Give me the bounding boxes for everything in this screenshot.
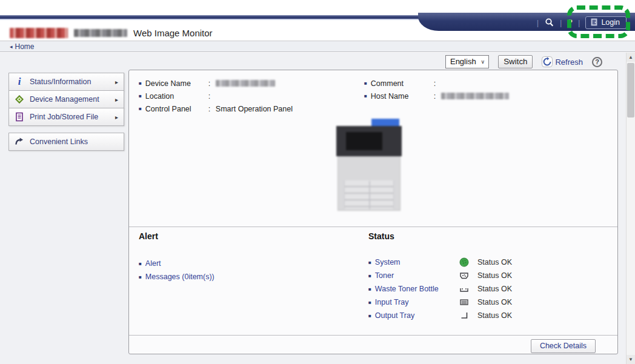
bullet-icon: ■: [139, 93, 142, 99]
sidebar-item-device-management[interactable]: Device Management ▸: [8, 90, 124, 108]
separator: |: [537, 18, 539, 27]
printer-screen: [346, 132, 382, 150]
messages-link-label: Messages (0item(s)): [145, 273, 214, 281]
info-row-device-name: ■ Device Name :: [139, 77, 293, 90]
sidebar-item-label: Convenient Links: [30, 137, 88, 146]
bullet-icon: ■: [364, 93, 367, 99]
toner-link[interactable]: ■ Toner: [368, 269, 459, 282]
status-value: Status OK: [477, 271, 512, 280]
breadcrumb[interactable]: ◂ Home: [0, 41, 635, 52]
breadcrumb-back-icon: ◂: [10, 44, 13, 50]
status-value: Status OK: [477, 311, 512, 320]
status-row-output-tray: ■ Output Tray Status OK: [368, 309, 512, 322]
info-label: Host Name: [371, 92, 434, 101]
alert-link-label: Alert: [145, 259, 161, 268]
sidebar-item-label: Status/Information: [30, 78, 91, 86]
scroll-down-icon[interactable]: ▼: [627, 355, 635, 364]
bullet-icon: ■: [368, 313, 371, 319]
info-label: Comment: [371, 79, 434, 88]
status-value: Status OK: [477, 285, 512, 293]
input-tray-link[interactable]: ■ Input Tray: [368, 296, 459, 309]
alert-link[interactable]: ■ Alert: [139, 257, 214, 270]
printer-top-section: [336, 126, 402, 156]
messages-link[interactable]: ■ Messages (0item(s)): [139, 270, 214, 283]
info-row-comment: ■ Comment :: [364, 77, 509, 90]
status-row-system: ■ System Status OK: [368, 256, 512, 269]
login-door-icon: [591, 18, 597, 26]
bullet-icon: ■: [139, 106, 142, 111]
info-label: Device Name: [145, 79, 208, 88]
sidebar-menu: i Status/Information ▸ Device Management…: [8, 73, 124, 126]
info-icon: i: [15, 77, 24, 87]
scrollbar-thumb[interactable]: [627, 63, 634, 117]
sidebar-item-status-information[interactable]: i Status/Information ▸: [8, 73, 124, 91]
switch-button[interactable]: Switch: [498, 55, 533, 68]
sidebar-links: Convenient Links: [8, 133, 124, 151]
refresh-icon: [542, 56, 553, 67]
device-management-icon: [15, 94, 24, 104]
status-label: Waste Toner Bottle: [375, 285, 439, 293]
language-select[interactable]: English ∨: [445, 55, 489, 68]
chevron-right-icon: ▸: [115, 79, 118, 85]
status-label: Input Tray: [375, 298, 409, 306]
sidebar-item-label: Print Job/Stored File: [30, 113, 98, 121]
breadcrumb-home[interactable]: Home: [15, 42, 35, 51]
system-ok-icon: [459, 257, 477, 267]
separator: |: [560, 18, 562, 27]
search-icon[interactable]: [544, 18, 554, 28]
bullet-icon: ■: [139, 81, 142, 86]
check-details-button[interactable]: Check Details: [531, 339, 596, 353]
waste-toner-bottle-icon: [459, 284, 477, 294]
bullet-icon: ■: [368, 273, 371, 279]
sidebar-item-convenient-links[interactable]: Convenient Links: [8, 133, 124, 151]
alert-section: Alert ■ Alert ■ Messages (0item(s)): [139, 231, 214, 283]
login-button[interactable]: Login: [585, 16, 627, 29]
page-controls: English ∨ Switch Refresh ?: [445, 55, 602, 68]
redacted-device-name-value: [216, 80, 275, 87]
status-row-waste-toner-bottle: ■ Waste Toner Bottle Status OK: [368, 282, 512, 296]
scroll-up-icon[interactable]: ▲: [627, 53, 635, 62]
bullet-icon: ■: [368, 286, 371, 292]
topbar-actions: | | ? | Login: [537, 16, 627, 29]
printer-body: [337, 156, 401, 211]
status-title: Status: [368, 231, 512, 241]
info-separator: :: [434, 92, 441, 101]
status-label: Toner: [375, 271, 394, 280]
status-label: Output Tray: [375, 311, 414, 320]
help-icon[interactable]: ?: [567, 18, 573, 27]
info-label: Control Panel: [145, 105, 208, 113]
app-title: Web Image Monitor: [133, 28, 213, 38]
output-tray-link[interactable]: ■ Output Tray: [368, 309, 459, 322]
language-selected: English: [450, 57, 476, 66]
status-value: Status OK: [477, 258, 512, 266]
input-tray-icon: [459, 297, 477, 307]
header-band: [0, 15, 460, 20]
main-panel: ■ Device Name : ■ Location : ■ Control P…: [128, 70, 618, 354]
refresh-button[interactable]: Refresh: [542, 56, 583, 67]
refresh-label: Refresh: [555, 58, 583, 67]
printer-tray-divider: [369, 181, 370, 209]
chevron-down-icon: ∨: [481, 59, 485, 65]
footer-divider: [129, 335, 617, 336]
alert-title: Alert: [139, 231, 214, 241]
brand-logo-redacted: [10, 28, 68, 38]
sidebar-item-print-job-stored-file[interactable]: Print Job/Stored File ▸: [8, 108, 124, 126]
status-section: Status ■ System Status OK ■ Toner: [368, 231, 512, 322]
bullet-icon: ■: [139, 261, 142, 266]
info-label: Location: [145, 92, 208, 101]
bullet-icon: ■: [139, 274, 142, 280]
toner-icon: [459, 271, 477, 280]
info-value: Smart Operation Panel: [216, 105, 293, 113]
vertical-scrollbar[interactable]: ▲ ▼: [626, 53, 635, 364]
brand-row: Web Image Monitor: [10, 26, 213, 39]
page-help-icon[interactable]: ?: [592, 57, 602, 67]
status-value: Status OK: [477, 298, 512, 306]
info-separator: :: [208, 92, 216, 101]
bullet-icon: ■: [368, 300, 371, 305]
printer-image: [335, 119, 403, 211]
bullet-icon: ■: [368, 260, 371, 265]
section-divider: [129, 227, 617, 227]
info-row-control-panel: ■ Control Panel : Smart Operation Panel: [139, 102, 293, 115]
system-link[interactable]: ■ System: [368, 256, 459, 269]
waste-toner-bottle-link[interactable]: ■ Waste Toner Bottle: [368, 282, 459, 296]
